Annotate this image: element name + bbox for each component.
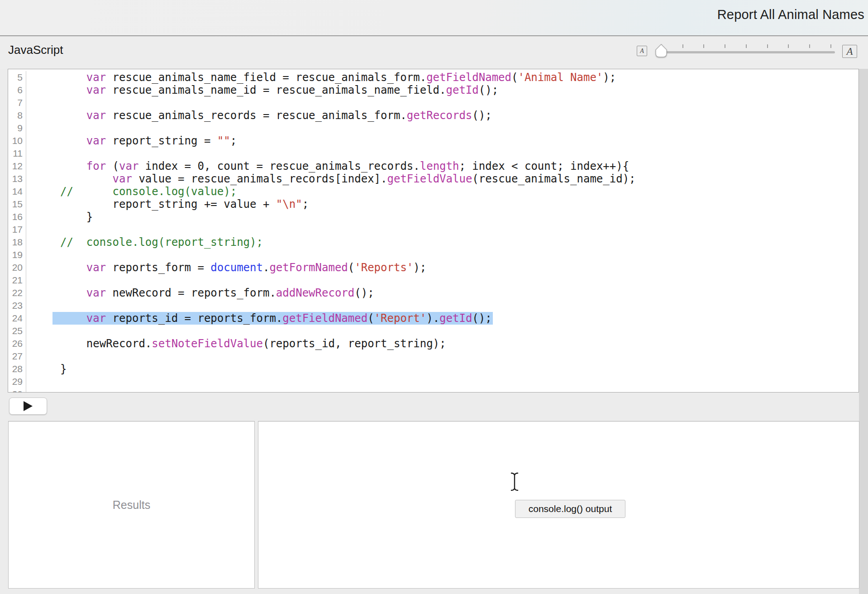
slider-thumb[interactable] (655, 44, 668, 60)
script-title: Report All Animal Names (717, 7, 864, 22)
code-line[interactable]: var value = rescue_animals_records[index… (26, 172, 858, 185)
run-script-button[interactable] (9, 398, 47, 415)
slider-tick (746, 44, 747, 48)
code-line[interactable] (26, 299, 858, 312)
code-line[interactable] (26, 147, 858, 160)
line-number: 10 (8, 134, 26, 147)
line-number: 17 (8, 223, 26, 236)
text-cursor-icon (510, 472, 519, 491)
line-number: 24 (8, 312, 26, 325)
line-number: 16 (8, 211, 26, 223)
line-number: 13 (8, 172, 26, 185)
line-number: 22 (8, 287, 26, 299)
slider-tick (830, 44, 831, 48)
line-number: 19 (8, 249, 26, 261)
line-number: 21 (8, 274, 26, 287)
window-right-margin (859, 69, 868, 594)
language-label: JavaScript (8, 43, 63, 57)
selected-code-range[interactable]: var reports_id = reports_form.getFieldNa… (52, 312, 493, 325)
line-number: 12 (8, 160, 26, 172)
code-line[interactable] (26, 375, 858, 388)
console-output-panel[interactable]: console.log() output (258, 421, 859, 589)
code-line[interactable]: var rescue_animals_name_field = rescue_a… (26, 71, 858, 84)
line-number: 9 (8, 122, 26, 134)
font-size-small-icon[interactable]: A (637, 46, 647, 56)
slider-track[interactable] (659, 51, 835, 53)
font-size-large-icon[interactable]: A (842, 45, 857, 58)
code-line[interactable]: } (26, 211, 858, 223)
line-number: 6 (8, 84, 26, 96)
line-number: 30 (8, 388, 26, 393)
code-area[interactable]: var rescue_animals_name_field = rescue_a… (26, 71, 858, 393)
code-line[interactable]: var reports_id = reports_form.getFieldNa… (26, 312, 858, 325)
slider-tick (809, 44, 810, 48)
code-line[interactable]: // console.log(report_string); (26, 236, 858, 249)
code-line[interactable]: var report_string = ""; (26, 134, 858, 147)
code-line[interactable] (26, 350, 858, 363)
slider-tick (788, 44, 789, 48)
code-line[interactable]: for (var index = 0, count = rescue_anima… (26, 160, 858, 172)
code-line[interactable]: var rescue_animals_records = rescue_anim… (26, 109, 858, 122)
font-size-small-label: A (640, 48, 644, 55)
line-number: 14 (8, 185, 26, 198)
code-line[interactable] (26, 249, 858, 261)
line-number: 26 (8, 337, 26, 350)
console-output-tooltip: console.log() output (515, 500, 625, 518)
line-number: 28 (8, 363, 26, 375)
code-line[interactable]: report_string += value + "\n"; (26, 198, 858, 211)
line-number: 20 (8, 261, 26, 274)
results-panel[interactable]: Results (8, 421, 255, 589)
window-header: Report All Animal Names (0, 0, 868, 36)
font-size-slider[interactable] (655, 43, 836, 60)
code-line[interactable] (26, 388, 858, 393)
code-line[interactable] (26, 223, 858, 236)
slider-tick (767, 44, 768, 48)
code-line[interactable]: // console.log(value); (26, 185, 858, 198)
line-number: 25 (8, 325, 26, 337)
line-number: 18 (8, 236, 26, 249)
line-number: 15 (8, 198, 26, 211)
code-line[interactable] (26, 122, 858, 134)
line-number-gutter: 5678910111213141516171819202122232425262… (8, 71, 26, 393)
line-number: 29 (8, 375, 26, 388)
line-number: 11 (8, 147, 26, 160)
code-line[interactable]: var reports_form = document.getFormNamed… (26, 261, 858, 274)
line-number: 5 (8, 71, 26, 84)
line-number: 8 (8, 109, 26, 122)
slider-tick (682, 44, 683, 48)
results-placeholder: Results (113, 498, 150, 512)
script-editor-window: { "window": { "title": "Report All Anima… (0, 0, 868, 594)
code-line[interactable] (26, 325, 858, 337)
tooltip-label: console.log() output (529, 503, 612, 514)
editor-toolbar: JavaScript A A (0, 36, 868, 69)
code-line[interactable]: var rescue_animals_name_id = rescue_anim… (26, 84, 858, 96)
line-number: 7 (8, 96, 26, 109)
line-number: 23 (8, 299, 26, 312)
code-line[interactable]: var newRecord = reports_form.addNewRecor… (26, 287, 858, 299)
slider-tick (703, 44, 704, 48)
code-line[interactable] (26, 96, 858, 109)
font-size-large-label: A (846, 46, 853, 57)
slider-tick (725, 44, 725, 48)
play-icon (23, 401, 33, 412)
code-editor[interactable]: 5678910111213141516171819202122232425262… (8, 69, 859, 393)
line-number: 27 (8, 350, 26, 363)
code-line[interactable]: newRecord.setNoteFieldValue(reports_id, … (26, 337, 858, 350)
code-line[interactable]: } (26, 363, 858, 375)
code-line[interactable] (26, 274, 858, 287)
